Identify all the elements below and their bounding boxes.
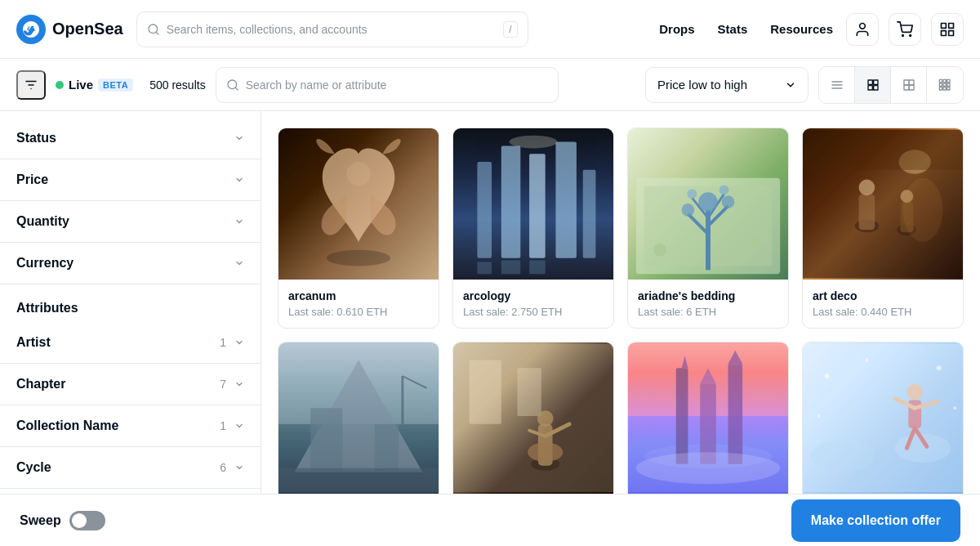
nft-name-arcanum: arcanum — [288, 289, 429, 302]
nft-card-7[interactable] — [627, 342, 789, 517]
chapter-filter-label: Chapter — [16, 377, 65, 392]
nft-price-ariadne: Last sale: 6 ETH — [638, 306, 778, 318]
svg-rect-5 — [942, 23, 947, 28]
svg-point-53 — [682, 204, 695, 217]
nft-info-arcanum: arcanum Last sale: 0.610 ETH — [278, 280, 439, 328]
collection-name-filter-header[interactable]: Collection Name 1 — [0, 405, 261, 446]
list-view-button[interactable] — [819, 67, 855, 103]
svg-rect-32 — [943, 87, 946, 89]
filter-toggle-button[interactable] — [16, 70, 46, 100]
chapter-filter-header[interactable]: Chapter 7 — [0, 364, 261, 405]
svg-point-44 — [510, 136, 558, 149]
svg-line-13 — [235, 87, 238, 90]
nav-stats[interactable]: Stats — [718, 22, 748, 36]
sweep-toggle[interactable] — [69, 511, 105, 530]
svg-rect-31 — [939, 87, 942, 89]
logo-text: OpenSea — [52, 20, 123, 38]
svg-point-84 — [528, 442, 563, 462]
grid-button[interactable] — [931, 13, 964, 46]
grid-view-button[interactable] — [855, 67, 891, 103]
nav-resources[interactable]: Resources — [770, 22, 833, 36]
nft-price-arcology: Last sale: 2.750 ETH — [463, 306, 604, 318]
svg-rect-38 — [529, 154, 546, 257]
svg-rect-22 — [909, 80, 914, 85]
svg-point-108 — [953, 406, 956, 410]
svg-point-4 — [910, 34, 911, 36]
svg-rect-30 — [947, 83, 950, 86]
chevron-down-icon — [234, 217, 244, 226]
svg-rect-26 — [943, 79, 946, 82]
nft-card-arcology[interactable]: arcology Last sale: 2.750 ETH — [452, 128, 614, 329]
account-button[interactable] — [846, 13, 879, 46]
nft-card-5[interactable] — [278, 342, 439, 517]
beta-badge: BETA — [98, 78, 133, 92]
cart-button[interactable] — [889, 13, 921, 46]
svg-rect-27 — [947, 79, 950, 82]
logo-area[interactable]: OpenSea — [16, 15, 123, 44]
svg-point-105 — [865, 358, 868, 361]
live-badge: Live BETA — [56, 78, 133, 92]
nft-card-6[interactable] — [452, 342, 614, 517]
svg-point-34 — [327, 250, 390, 266]
svg-point-35 — [346, 162, 370, 186]
currency-filter-header[interactable]: Currency — [0, 243, 261, 284]
svg-point-57 — [653, 244, 666, 257]
status-filter-label: Status — [16, 131, 56, 145]
nav-drops[interactable]: Drops — [659, 22, 694, 36]
live-label: Live — [69, 78, 93, 92]
svg-point-54 — [722, 195, 735, 208]
nft-card-artdeco[interactable]: art deco Last sale: 0.440 ETH — [802, 128, 964, 329]
svg-rect-24 — [909, 85, 914, 90]
svg-point-96 — [811, 440, 875, 472]
cycle-filter: Cycle 6 — [0, 447, 261, 489]
price-filter-header[interactable]: Price — [0, 159, 261, 200]
secondary-search-bar[interactable] — [216, 67, 559, 103]
price-filter: Price — [0, 159, 261, 201]
svg-point-106 — [937, 365, 942, 370]
svg-point-58 — [751, 237, 761, 247]
nft-grid: arcanum Last sale: 0.610 ETH — [278, 128, 964, 517]
secondary-search-input[interactable] — [246, 78, 548, 92]
svg-rect-37 — [501, 145, 521, 257]
nft-card-ariadne[interactable]: ariadne's bedding Last sale: 6 ETH — [627, 128, 789, 329]
compact-grid-view-button[interactable] — [927, 67, 963, 103]
nft-card-8[interactable] — [802, 342, 964, 517]
main-search-input[interactable] — [167, 23, 497, 36]
svg-rect-18 — [873, 80, 877, 84]
nft-image-arcanum — [278, 128, 439, 280]
sort-dropdown[interactable]: Price low to high — [645, 67, 808, 103]
svg-rect-6 — [949, 23, 954, 28]
cycle-filter-header[interactable]: Cycle 6 — [0, 447, 261, 488]
nft-image-artdeco — [803, 128, 963, 280]
toolbar: Live BETA 500 results Price low to high — [0, 59, 980, 111]
quantity-filter-header[interactable]: Quantity — [0, 201, 261, 242]
quantity-filter: Quantity — [0, 201, 261, 243]
large-grid-icon — [902, 78, 915, 92]
currency-filter: Currency — [0, 243, 261, 284]
filter-icon — [24, 78, 38, 92]
svg-rect-19 — [868, 85, 872, 89]
chevron-down-icon — [234, 463, 244, 472]
artist-filter-header[interactable]: Artist 1 — [0, 322, 261, 363]
cycle-filter-label: Cycle — [16, 460, 51, 475]
live-dot — [56, 81, 64, 89]
large-grid-view-button[interactable] — [891, 67, 927, 103]
toggle-knob — [72, 513, 87, 528]
chapter-filter: Chapter 7 — [0, 364, 261, 405]
collection-name-filter-label: Collection Name — [16, 418, 118, 433]
account-icon — [854, 21, 871, 38]
cart-icon — [897, 21, 913, 38]
main-search-bar[interactable]: / — [136, 11, 528, 47]
status-filter-header[interactable]: Status — [0, 118, 261, 159]
make-collection-offer-button[interactable]: Make collection offer — [791, 499, 960, 542]
currency-filter-label: Currency — [16, 256, 74, 271]
svg-point-107 — [817, 414, 821, 418]
svg-rect-21 — [904, 80, 909, 85]
svg-rect-29 — [943, 83, 946, 86]
compact-grid-icon — [938, 78, 951, 92]
nft-card-arcanum[interactable]: arcanum Last sale: 0.610 ETH — [278, 128, 439, 329]
svg-rect-62 — [859, 194, 875, 230]
nft-image-5 — [278, 342, 439, 494]
svg-rect-36 — [477, 162, 492, 258]
artist-filter-count: 1 — [220, 336, 226, 349]
